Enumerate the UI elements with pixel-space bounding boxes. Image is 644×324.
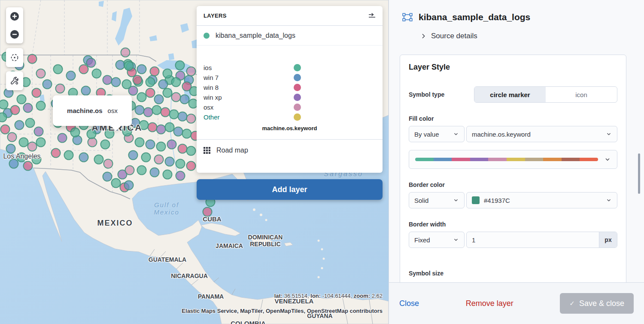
- map-point[interactable]: [150, 168, 159, 177]
- map-point[interactable]: [32, 89, 41, 98]
- map-point[interactable]: [187, 67, 196, 76]
- add-layer-button[interactable]: Add layer: [197, 179, 383, 200]
- map-point[interactable]: [178, 112, 187, 121]
- collapse-panel-icon[interactable]: [368, 13, 376, 19]
- map-point[interactable]: [146, 78, 155, 87]
- symbol-type-circle-marker[interactable]: circle marker: [474, 87, 546, 102]
- color-palette-select[interactable]: [409, 150, 617, 169]
- map-point[interactable]: [165, 123, 174, 132]
- layer-row-road-map[interactable]: Road map: [197, 140, 383, 161]
- map-point[interactable]: [34, 127, 43, 136]
- map-point[interactable]: [43, 80, 52, 89]
- panel-scrollbar-thumb[interactable]: [638, 153, 640, 194]
- map-point[interactable]: [137, 166, 146, 175]
- map-point[interactable]: [129, 151, 138, 160]
- map-point[interactable]: [112, 179, 121, 188]
- map-point[interactable]: [178, 144, 187, 153]
- map-point[interactable]: [133, 76, 142, 85]
- map-point[interactable]: [112, 78, 121, 87]
- map-point[interactable]: [170, 110, 179, 119]
- map-point[interactable]: [146, 140, 155, 149]
- remove-layer-link[interactable]: Remove layer: [466, 299, 513, 308]
- map-point[interactable]: [135, 106, 144, 115]
- map-point[interactable]: [36, 69, 46, 78]
- map-point[interactable]: [125, 181, 134, 190]
- map-point[interactable]: [163, 89, 172, 98]
- map-point[interactable]: [182, 129, 191, 138]
- map-point[interactable]: [19, 138, 28, 147]
- map-point[interactable]: [152, 106, 161, 115]
- map-point[interactable]: [28, 55, 37, 64]
- map-point[interactable]: [9, 159, 18, 168]
- map-point[interactable]: [157, 125, 166, 134]
- map-point[interactable]: [144, 108, 153, 117]
- set-view-button[interactable]: [6, 48, 23, 67]
- fill-color-field-select[interactable]: machine.os.keyword: [466, 126, 617, 142]
- source-details-accordion[interactable]: Source details: [420, 32, 477, 40]
- map-point[interactable]: [54, 65, 63, 74]
- map-point[interactable]: [56, 84, 65, 93]
- map-point[interactable]: [0, 113, 7, 122]
- map-point[interactable]: [187, 114, 196, 123]
- map-point[interactable]: [67, 71, 76, 80]
- map-point[interactable]: [187, 162, 196, 171]
- zoom-out-button[interactable]: [9, 29, 20, 40]
- map-point[interactable]: [87, 58, 96, 67]
- border-width-input[interactable]: [467, 232, 599, 248]
- map-point[interactable]: [182, 82, 191, 91]
- map-point[interactable]: [161, 108, 170, 117]
- map-point[interactable]: [167, 140, 176, 149]
- map-point[interactable]: [1, 125, 10, 134]
- map-point[interactable]: [36, 138, 46, 147]
- map-point[interactable]: [159, 80, 168, 89]
- map-point[interactable]: [6, 144, 15, 153]
- symbol-type-icon[interactable]: icon: [546, 87, 617, 102]
- map-point[interactable]: [92, 69, 101, 78]
- map-point[interactable]: [24, 104, 33, 113]
- legend-item-label[interactable]: Other: [204, 113, 220, 121]
- map-point[interactable]: [137, 65, 146, 74]
- map-point[interactable]: [125, 61, 134, 70]
- map-point[interactable]: [88, 138, 97, 147]
- close-link[interactable]: Close: [399, 299, 419, 308]
- map-point[interactable]: [163, 69, 172, 78]
- map-point[interactable]: [150, 67, 159, 76]
- map-point[interactable]: [174, 127, 183, 136]
- map-point[interactable]: [116, 61, 125, 70]
- map-point[interactable]: [121, 48, 130, 57]
- map-point[interactable]: [125, 166, 134, 175]
- map-point[interactable]: [180, 95, 189, 104]
- map-point[interactable]: [122, 80, 131, 89]
- map-point[interactable]: [26, 119, 35, 128]
- map-point[interactable]: [165, 157, 174, 166]
- map-point[interactable]: [148, 123, 157, 132]
- map-point[interactable]: [135, 138, 144, 147]
- map-point[interactable]: [64, 151, 73, 160]
- save-and-close-button[interactable]: ✓ Save & close: [560, 293, 634, 314]
- map-canvas[interactable]: Los Angeles AMERICA MEXICO Gulf of Mexic…: [0, 0, 389, 324]
- map-point[interactable]: [101, 140, 110, 149]
- map-point[interactable]: [79, 153, 88, 162]
- map-point[interactable]: [58, 134, 67, 143]
- map-point[interactable]: [176, 159, 185, 168]
- map-point[interactable]: [146, 89, 155, 98]
- map-point[interactable]: [155, 155, 164, 164]
- map-point[interactable]: [94, 155, 103, 164]
- map-point[interactable]: [36, 101, 46, 110]
- tools-button[interactable]: [6, 71, 23, 90]
- map-point[interactable]: [142, 153, 151, 162]
- map-point[interactable]: [11, 106, 20, 115]
- map-point[interactable]: [163, 170, 172, 179]
- map-point[interactable]: [176, 171, 185, 180]
- map-point[interactable]: [104, 159, 113, 168]
- map-point[interactable]: [28, 142, 37, 151]
- map-point[interactable]: [103, 76, 112, 85]
- map-point[interactable]: [8, 133, 17, 142]
- border-color-mode-select[interactable]: Solid: [409, 192, 465, 208]
- map-point[interactable]: [187, 147, 196, 156]
- map-point[interactable]: [103, 172, 112, 181]
- map-point[interactable]: [71, 128, 80, 137]
- map-point[interactable]: [24, 162, 33, 171]
- map-point[interactable]: [155, 95, 164, 104]
- zoom-in-button[interactable]: [9, 11, 20, 22]
